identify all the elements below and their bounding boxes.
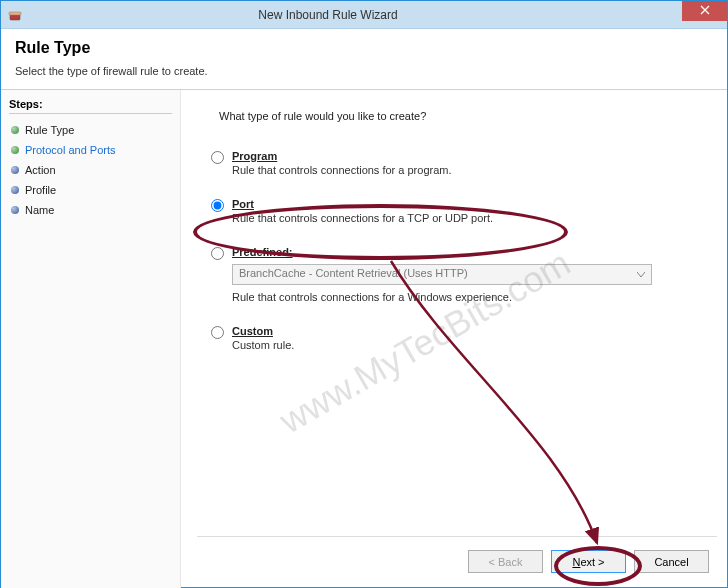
- step-profile[interactable]: Profile: [9, 180, 172, 200]
- bullet-icon: [11, 166, 19, 174]
- bullet-icon: [11, 206, 19, 214]
- step-label: Profile: [25, 184, 56, 196]
- button-bar: < Back Next > Cancel: [468, 550, 709, 573]
- back-button-label: < Back: [489, 556, 523, 568]
- back-button: < Back: [468, 550, 543, 573]
- step-label: Action: [25, 164, 56, 176]
- svg-rect-1: [9, 12, 21, 15]
- option-predefined: Predefined: BranchCache - Content Retrie…: [211, 246, 715, 303]
- bullet-icon: [11, 126, 19, 134]
- option-title: Predefined:: [232, 246, 715, 258]
- bullet-icon: [11, 146, 19, 154]
- close-button[interactable]: [682, 1, 727, 21]
- option-desc: Rule that controls connections for a TCP…: [232, 212, 715, 224]
- option-title: Port: [232, 198, 715, 210]
- body: Steps: Rule Type Protocol and Ports Acti…: [1, 90, 727, 588]
- option-title: Program: [232, 150, 715, 162]
- radio-port[interactable]: [211, 199, 224, 212]
- wizard-window: New Inbound Rule Wizard Rule Type Select…: [0, 0, 728, 588]
- app-icon: [7, 7, 23, 23]
- chevron-down-icon: [634, 268, 648, 282]
- option-custom: Custom Custom rule.: [211, 325, 715, 351]
- window-title: New Inbound Rule Wizard: [29, 8, 682, 22]
- divider: [197, 536, 717, 537]
- option-program: Program Rule that controls connections f…: [211, 150, 715, 176]
- cancel-button[interactable]: Cancel: [634, 550, 709, 573]
- cancel-button-label: Cancel: [654, 556, 688, 568]
- radio-predefined[interactable]: [211, 247, 224, 260]
- steps-heading: Steps:: [9, 98, 172, 114]
- page-subtitle: Select the type of firewall rule to crea…: [15, 65, 713, 77]
- option-desc: Rule that controls connections for a Win…: [232, 291, 715, 303]
- radio-program[interactable]: [211, 151, 224, 164]
- step-name[interactable]: Name: [9, 200, 172, 220]
- combo-value: BranchCache - Content Retrieval (Uses HT…: [239, 267, 468, 279]
- step-label: Name: [25, 204, 54, 216]
- step-label: Protocol and Ports: [25, 144, 116, 156]
- next-button-label-rest: ext >: [580, 556, 604, 568]
- next-button[interactable]: Next >: [551, 550, 626, 573]
- radio-custom[interactable]: [211, 326, 224, 339]
- main-content: What type of rule would you like to crea…: [181, 90, 727, 588]
- steps-sidebar: Steps: Rule Type Protocol and Ports Acti…: [1, 90, 181, 588]
- step-action[interactable]: Action: [9, 160, 172, 180]
- bullet-icon: [11, 186, 19, 194]
- header: Rule Type Select the type of firewall ru…: [1, 29, 727, 90]
- option-desc: Rule that controls connections for a pro…: [232, 164, 715, 176]
- step-rule-type[interactable]: Rule Type: [9, 120, 172, 140]
- step-label: Rule Type: [25, 124, 74, 136]
- predefined-combo: BranchCache - Content Retrieval (Uses HT…: [232, 264, 652, 285]
- option-port: Port Rule that controls connections for …: [211, 198, 715, 224]
- option-title: Custom: [232, 325, 715, 337]
- close-icon: [700, 3, 710, 18]
- prompt-text: What type of rule would you like to crea…: [219, 110, 715, 122]
- step-protocol-and-ports[interactable]: Protocol and Ports: [9, 140, 172, 160]
- titlebar[interactable]: New Inbound Rule Wizard: [1, 1, 727, 29]
- option-desc: Custom rule.: [232, 339, 715, 351]
- page-title: Rule Type: [15, 39, 713, 57]
